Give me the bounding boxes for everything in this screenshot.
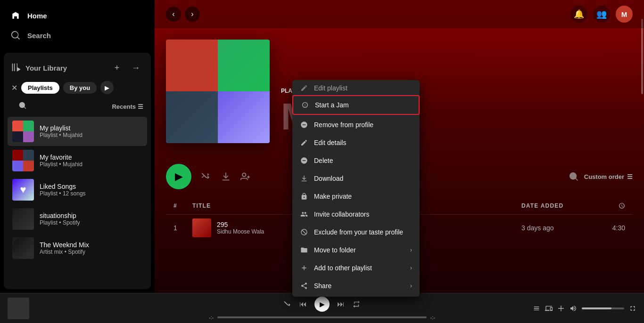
sidebar-nav: Home Search: [0, 0, 155, 49]
add-playlist-arrow: ›: [410, 265, 412, 271]
search-icon: [10, 30, 21, 40]
list-item[interactable]: My favorite Playlist • Mujahid: [8, 146, 147, 175]
list-item[interactable]: My playlist Playlist • Mujahid: [8, 117, 147, 146]
add-library-button[interactable]: +: [109, 60, 124, 75]
song-thumbnail: [192, 218, 211, 237]
controls-right: Custom order ☰: [569, 172, 633, 181]
main-content: ‹ › 🔔 👥 M Playlist: [155, 0, 644, 293]
sidebar-item-search[interactable]: Search: [4, 25, 151, 45]
player-controls: ⏮ ▶ ⏭: [283, 297, 361, 312]
now-playing-thumb: [8, 298, 29, 319]
list-item[interactable]: situationship Playlist • Spotify: [8, 204, 147, 234]
progress-bar-area: -:- -:-: [209, 315, 435, 320]
sidebar-item-home[interactable]: Home: [4, 6, 151, 25]
sidebar-search-label: Search: [27, 32, 51, 40]
library-actions: + →: [109, 60, 143, 75]
volume-fill: [582, 307, 611, 309]
menu-item-invite[interactable]: Invite collaborators: [292, 205, 420, 223]
devices-button[interactable]: [545, 305, 553, 312]
queue-button[interactable]: [533, 305, 540, 312]
library-icon: [11, 63, 21, 73]
add-user-button[interactable]: [240, 171, 251, 182]
move-folder-label: Move to folder: [314, 246, 405, 254]
recents-label: Recents: [112, 103, 136, 110]
shuffle-button[interactable]: [201, 171, 211, 182]
library-title-label: Your Library: [25, 64, 67, 72]
make-private-label: Make private: [314, 193, 412, 200]
player-center: ⏮ ▶ ⏭ -:- -:-: [125, 297, 519, 320]
menu-item-start-jam[interactable]: Start a Jam: [293, 96, 419, 114]
filter-scroll-button[interactable]: ▶: [100, 81, 114, 94]
share-arrow: ›: [410, 283, 412, 289]
forward-button[interactable]: ›: [185, 7, 200, 22]
filter-by-you-chip[interactable]: By you: [63, 82, 97, 94]
filter-playlists-chip[interactable]: Playlists: [21, 82, 59, 94]
scrollbar-thumb[interactable]: [641, 19, 643, 94]
player-shuffle-button[interactable]: [283, 300, 292, 308]
player-next-button[interactable]: ⏭: [337, 300, 345, 308]
menu-item-move-folder[interactable]: Move to folder ›: [292, 241, 420, 259]
list-item[interactable]: The Weeknd Mix Artist mix • Spotify: [8, 234, 147, 263]
playlist-list: My playlist Playlist • Mujahid: [4, 117, 151, 289]
playlist-name: situationship: [40, 212, 142, 219]
menu-item-remove-profile[interactable]: Remove from profile: [292, 116, 420, 134]
expand-library-button[interactable]: →: [128, 60, 143, 75]
filter-close-button[interactable]: ✕: [11, 83, 17, 92]
library-title[interactable]: Your Library: [11, 63, 67, 73]
back-button[interactable]: ‹: [166, 7, 181, 22]
playlist-meta: Playlist • Mujahid: [40, 161, 142, 168]
menu-item-edit-details[interactable]: Edit details: [292, 134, 420, 152]
playlist-meta: Playlist • 12 songs: [40, 190, 142, 197]
scrollbar-track[interactable]: [640, 0, 644, 293]
menu-item-make-private[interactable]: Make private: [292, 187, 420, 205]
download-control-button[interactable]: [221, 171, 231, 182]
library-search-button[interactable]: [11, 100, 34, 113]
invite-label: Invite collaborators: [314, 210, 412, 218]
home-icon: [10, 10, 21, 21]
fullscreen-button[interactable]: [629, 305, 636, 312]
song-duration: 4:30: [587, 224, 625, 232]
volume-button[interactable]: [570, 305, 577, 312]
play-button[interactable]: ▶: [166, 164, 191, 189]
progress-current: -:-: [209, 315, 214, 320]
playlist-meta: Playlist • Mujahid: [40, 132, 142, 138]
playlist-info: Liked Songs Playlist • 12 songs: [40, 183, 142, 197]
song-date: 3 days ago: [521, 224, 587, 232]
player-repeat-button[interactable]: [352, 300, 361, 308]
friends-button[interactable]: 👥: [593, 6, 610, 23]
menu-item-exclude-taste[interactable]: Exclude from your taste profile: [292, 223, 420, 241]
connect-button[interactable]: [557, 305, 565, 312]
custom-order-button[interactable]: Custom order ☰: [584, 173, 633, 180]
song-number: 1: [173, 224, 192, 232]
share-label: Share: [314, 282, 405, 290]
context-menu: Edit playlist Start a Jam: [292, 80, 420, 293]
share-icon: [300, 282, 308, 290]
playlist-name: Liked Songs: [40, 183, 142, 190]
search-sort-row: Recents ☰: [4, 98, 151, 117]
user-avatar-button[interactable]: M: [616, 6, 633, 23]
player-play-button[interactable]: ▶: [314, 297, 330, 312]
menu-item-add-playlist[interactable]: Add to other playlist ›: [292, 259, 420, 277]
playlist-info: situationship Playlist • Spotify: [40, 212, 142, 226]
menu-item-share[interactable]: Share ›: [292, 277, 420, 293]
delete-icon: [300, 156, 308, 165]
progress-track[interactable]: [217, 316, 426, 318]
menu-item-edit-playlist[interactable]: Edit playlist: [292, 82, 420, 94]
recents-sort-button[interactable]: Recents ☰: [112, 103, 143, 110]
notification-button[interactable]: 🔔: [570, 6, 587, 23]
exclude-taste-icon: [300, 228, 308, 236]
jam-icon: [301, 101, 309, 109]
start-jam-label: Start a Jam: [315, 101, 411, 109]
library-section: Your Library + → ✕ Playlists By you ▶: [4, 53, 151, 289]
menu-item-delete[interactable]: Delete: [292, 152, 420, 170]
player-prev-button[interactable]: ⏮: [299, 300, 307, 308]
bottom-player: ⏮ ▶ ⏭ -:- -:-: [0, 293, 644, 323]
menu-item-download[interactable]: Download: [292, 170, 420, 187]
exclude-taste-label: Exclude from your taste profile: [314, 228, 412, 236]
progress-total: -:-: [430, 315, 435, 320]
search-songs-button[interactable]: [569, 172, 578, 181]
sidebar-home-label: Home: [27, 12, 47, 20]
volume-bar[interactable]: [582, 307, 624, 309]
edit-playlist-label: Edit playlist: [314, 84, 412, 92]
list-item[interactable]: ♥ Liked Songs Playlist • 12 songs: [8, 175, 147, 204]
